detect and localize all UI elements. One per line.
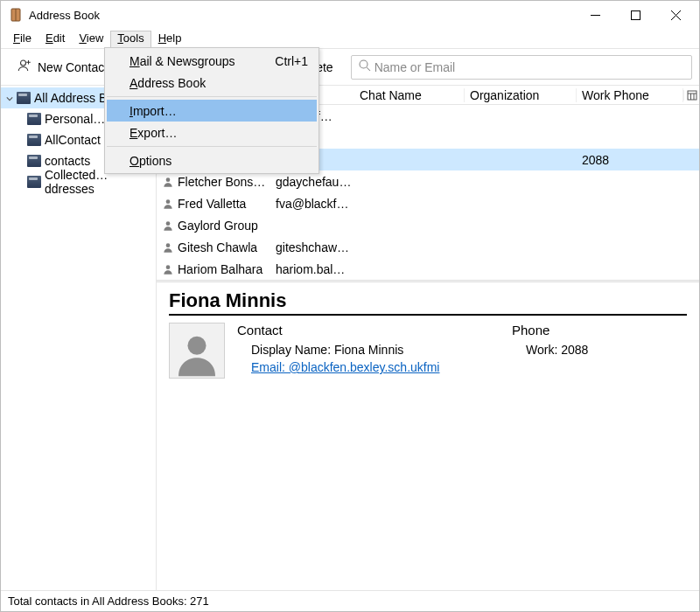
- svg-line-12: [367, 67, 370, 71]
- phone-section-title: Phone: [512, 323, 687, 337]
- menu-item-options[interactable]: Options: [107, 150, 317, 171]
- display-name-value: Display Name: Fiona Minnis: [237, 341, 500, 358]
- table-row[interactable]: Hariom Balharahariom.bal…: [157, 258, 699, 280]
- status-text: Total contacts in All Address Books: 271: [8, 595, 209, 608]
- person-icon: [162, 241, 174, 254]
- menubar: File Edit View Tools Help: [1, 29, 699, 48]
- table-row[interactable]: Gitesh Chawlagiteshchaw…: [157, 236, 699, 258]
- sidebar-item-label: contacts: [45, 154, 90, 168]
- svg-rect-3: [631, 10, 640, 19]
- shortcut-text: Ctrl+1: [275, 54, 308, 68]
- menu-tools[interactable]: Tools: [110, 31, 150, 47]
- table-row[interactable]: Gaylord Group: [157, 214, 699, 236]
- search-input[interactable]: [373, 59, 686, 75]
- new-contact-icon: [17, 58, 32, 76]
- menu-edit[interactable]: Edit: [38, 31, 72, 47]
- email-link[interactable]: Email: @blackfen.bexley.sch.ukfmi: [251, 360, 439, 374]
- svg-point-22: [166, 221, 171, 226]
- sidebar-item-collected[interactable]: Collected…ddresses: [1, 171, 156, 192]
- app-icon: [10, 8, 24, 22]
- avatar: [169, 323, 225, 379]
- person-icon: [162, 263, 174, 275]
- minimize-button[interactable]: [575, 2, 615, 28]
- cell-phone: 2088: [582, 153, 609, 167]
- sidebar-item-label: AllContact: [45, 133, 101, 147]
- tools-dropdown: Mail & Newsgroups Ctrl+1 Address Book Im…: [104, 47, 319, 174]
- cell-name: Hariom Balhara: [178, 262, 262, 276]
- svg-point-24: [166, 265, 171, 269]
- address-book-window: Address Book File Edit View Tools Help N…: [0, 0, 700, 612]
- cell-email: gdaychefau…: [276, 175, 351, 189]
- book-icon: [27, 176, 41, 188]
- person-icon: [162, 176, 174, 188]
- window-title: Address Book: [29, 9, 100, 22]
- svg-rect-13: [688, 91, 696, 100]
- contact-section-title: Contact: [237, 323, 500, 337]
- svg-point-20: [166, 177, 171, 182]
- person-icon: [162, 198, 174, 210]
- col-org[interactable]: Organization: [465, 88, 577, 102]
- cell-name: Fred Valletta: [178, 197, 246, 211]
- cell-email: giteshchaw…: [276, 240, 349, 254]
- detail-heading: Fiona Minnis: [169, 289, 687, 312]
- book-icon: [27, 134, 41, 146]
- menu-item-address-book[interactable]: Address Book: [107, 72, 317, 94]
- cell-name: Gaylord Group: [178, 219, 258, 233]
- menu-item-mail[interactable]: Mail & Newsgroups Ctrl+1: [107, 50, 317, 72]
- new-contact-label: New Contact: [38, 60, 108, 74]
- window-controls: [575, 2, 696, 28]
- titlebar: Address Book: [1, 1, 699, 29]
- cell-email: fva@blackf…: [276, 197, 348, 211]
- svg-point-23: [166, 243, 171, 247]
- col-phone[interactable]: Work Phone: [577, 88, 683, 102]
- svg-point-21: [166, 199, 171, 204]
- search-box[interactable]: [351, 55, 692, 80]
- svg-point-11: [360, 60, 368, 68]
- menu-help[interactable]: Help: [151, 31, 189, 47]
- search-icon: [357, 58, 373, 76]
- statusbar: Total contacts in All Address Books: 271: [1, 590, 699, 611]
- book-icon: [27, 113, 41, 125]
- col-chat[interactable]: Chat Name: [354, 88, 465, 102]
- book-icon: [27, 155, 41, 167]
- sidebar-item-label: All Address B: [34, 91, 107, 105]
- person-icon: [162, 219, 174, 232]
- contact-detail: Fiona Minnis Contact Display Name: Fiona…: [157, 282, 699, 590]
- menu-item-export[interactable]: Export…: [107, 122, 317, 143]
- maximize-button[interactable]: [615, 2, 655, 28]
- close-button[interactable]: [655, 2, 696, 28]
- book-icon: [17, 92, 31, 104]
- menu-separator: [107, 146, 317, 147]
- table-row[interactable]: Fred Vallettafva@blackf…: [157, 192, 699, 214]
- cell-name: Fletcher Bons…: [178, 175, 265, 189]
- caret-down-icon: [6, 91, 13, 105]
- menu-item-import[interactable]: Import…: [107, 100, 317, 122]
- menu-view[interactable]: View: [72, 31, 110, 47]
- work-phone-value: Work: 2088: [512, 341, 687, 358]
- menu-separator: [107, 96, 317, 97]
- svg-point-6: [21, 60, 26, 66]
- detail-rule: [169, 314, 687, 316]
- column-picker-button[interactable]: [683, 90, 699, 101]
- cell-name: Gitesh Chawla: [178, 240, 257, 254]
- cell-email: hariom.bal…: [276, 262, 345, 276]
- menu-file[interactable]: File: [6, 31, 38, 47]
- svg-point-25: [188, 337, 206, 355]
